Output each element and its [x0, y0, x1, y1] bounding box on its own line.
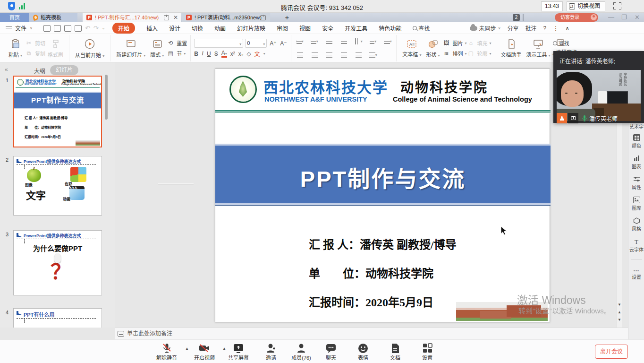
- cut-button[interactable]: ✂剪切: [25, 39, 45, 47]
- share-screen-button[interactable]: 共享屏幕: [222, 342, 255, 361]
- align-center-button[interactable]: [309, 50, 320, 60]
- more-button[interactable]: ⋮: [553, 25, 559, 32]
- increase-indent-button[interactable]: [339, 36, 349, 47]
- switch-view-button[interactable]: 切换视图: [567, 1, 605, 11]
- shapes-button[interactable]: 形状 ▾: [424, 39, 442, 58]
- tab-home[interactable]: 首页: [0, 13, 29, 22]
- new-slide-button[interactable]: 新建幻灯片 ▾: [114, 39, 148, 58]
- copy-button[interactable]: ⧉复制: [25, 50, 45, 57]
- save-icon[interactable]: [43, 25, 51, 32]
- tab-template[interactable]: 稻壳模板: [29, 13, 77, 22]
- sidebar-item-chart[interactable]: 图表: [628, 155, 644, 170]
- justify-button[interactable]: [339, 50, 349, 60]
- quickbar-more-icon[interactable]: ⌄: [102, 26, 105, 30]
- menu-animation[interactable]: 动画: [214, 24, 226, 32]
- print-preview-icon[interactable]: [64, 25, 71, 32]
- fullscreen-icon[interactable]: [613, 2, 621, 9]
- slide-thumbnail-3[interactable]: PowerPoint提供多种表达方式 为什么要做PPT ？: [13, 230, 102, 295]
- align-right-button[interactable]: [324, 50, 334, 60]
- menu-home[interactable]: 开始: [112, 23, 135, 34]
- font-size-combo[interactable]: 0▾: [245, 39, 267, 48]
- prev-slide-icon[interactable]: ▲: [617, 310, 622, 314]
- align-text-button[interactable]: ▾: [368, 36, 378, 47]
- fill-button[interactable]: ⌂填充▾: [466, 39, 491, 47]
- sidebar-item-settings[interactable]: ••• 设置: [628, 268, 644, 280]
- text-box-button[interactable]: A≡ 文本框 ▾: [400, 39, 424, 58]
- sidebar-item-wordart[interactable]: 艺术字: [628, 123, 644, 130]
- menu-slideshow[interactable]: 幻灯片放映: [237, 24, 265, 32]
- text-direction-button[interactable]: ▾: [353, 36, 364, 47]
- presentation-tools-button[interactable]: 演示工具 ▾: [524, 39, 553, 58]
- next-slide-icon[interactable]: ▼: [617, 318, 622, 322]
- panel-scrollbar[interactable]: [105, 75, 108, 120]
- invite-button[interactable]: 邀请: [254, 342, 288, 361]
- minimize-button[interactable]: —: [608, 14, 614, 21]
- tab-slides[interactable]: 幻灯片: [50, 65, 78, 75]
- numbering-button[interactable]: ▾: [309, 36, 320, 47]
- current-slide[interactable]: 西北农林科技大学 动物科技学院 NORTHWEST A&F UNIVERSITY…: [215, 69, 550, 322]
- docs-button[interactable]: 文档: [379, 342, 412, 361]
- distribute-button[interactable]: [353, 50, 364, 60]
- line-spacing-button[interactable]: ▾: [368, 50, 378, 60]
- section-button[interactable]: ▤节▾: [166, 50, 187, 57]
- menu-find[interactable]: 查找: [413, 24, 430, 32]
- help-button[interactable]: ?: [543, 25, 547, 32]
- comment-button[interactable]: 批注: [525, 24, 537, 32]
- paste-button[interactable]: 粘贴 ▾: [6, 39, 25, 58]
- collapse-ribbon-button[interactable]: ∧: [565, 25, 569, 32]
- sidebar-item-cloudfont[interactable]: T 云字体: [628, 238, 644, 253]
- sync-status[interactable]: 未同步∨: [470, 24, 501, 32]
- preview-icon[interactable]: [75, 25, 82, 32]
- menu-review[interactable]: 审阅: [277, 24, 288, 32]
- share-button[interactable]: 分享: [507, 24, 518, 32]
- close-tab-icon[interactable]: ✕: [173, 13, 178, 22]
- decrease-font-button[interactable]: A⁻: [279, 40, 288, 47]
- file-menu[interactable]: 文件: [15, 24, 26, 32]
- columns-button[interactable]: ▾: [382, 36, 393, 47]
- superscript-button[interactable]: x²: [230, 51, 235, 57]
- underline-button[interactable]: U: [207, 51, 211, 57]
- settings-button[interactable]: 设置: [411, 342, 444, 361]
- picture-button[interactable]: 🖼图片▾: [442, 39, 466, 47]
- leave-meeting-button[interactable]: 离开会议: [595, 345, 628, 359]
- bullets-button[interactable]: ▾: [295, 36, 305, 47]
- menu-devtools[interactable]: 开发工具: [345, 24, 367, 32]
- strikethrough-button[interactable]: S: [214, 51, 218, 57]
- slide-thumbnail-1[interactable]: 西北农林科技大学 动物科技学院 NORTHWEST A&F UNIVERSITY…: [13, 76, 102, 147]
- pin-icon[interactable]: [261, 15, 266, 20]
- menu-security[interactable]: 安全: [322, 24, 333, 32]
- close-window-button[interactable]: ✕: [635, 14, 640, 21]
- menu-view[interactable]: 视图: [299, 24, 311, 32]
- sidebar-item-color[interactable]: 颜色: [628, 134, 644, 149]
- notes-bar[interactable]: 单击此处添加备注: [115, 328, 628, 339]
- collapse-panel-icon[interactable]: «: [5, 66, 8, 73]
- unmute-button[interactable]: 解除静音: [150, 342, 183, 361]
- menu-features[interactable]: 特色功能: [379, 24, 401, 32]
- menu-design[interactable]: 设计: [169, 24, 180, 32]
- layout-button[interactable]: 版式 ▾: [148, 39, 166, 58]
- format-painter-button[interactable]: 格式刷: [45, 39, 66, 58]
- align-left-button[interactable]: [295, 50, 305, 60]
- italic-button[interactable]: I: [202, 50, 203, 57]
- reset-button[interactable]: ⟲重置: [166, 39, 187, 47]
- sidebar-item-style[interactable]: 风格: [628, 217, 644, 232]
- guest-login-button[interactable]: 访客登录: [555, 13, 598, 22]
- font-color-button[interactable]: A▾: [221, 50, 227, 58]
- font-family-combo[interactable]: ▾: [194, 39, 243, 48]
- members-button[interactable]: 成员(76): [285, 342, 318, 361]
- emoji-button[interactable]: 表情: [347, 342, 380, 361]
- redo-icon[interactable]: ↷: [93, 25, 99, 32]
- maximize-button[interactable]: ❐: [621, 14, 627, 21]
- chat-button[interactable]: 聊天: [314, 342, 347, 361]
- new-tab-button[interactable]: +: [282, 13, 292, 22]
- pin-icon[interactable]: [164, 15, 169, 20]
- play-from-current-button[interactable]: 从当前开始 ▾: [73, 38, 107, 59]
- increase-font-button[interactable]: A⁺: [269, 40, 277, 47]
- decrease-indent-button[interactable]: [324, 36, 334, 47]
- pinyin-button[interactable]: 文: [254, 50, 260, 58]
- tab-outline[interactable]: 大纲: [34, 67, 45, 75]
- sidebar-item-gallery[interactable]: 图库: [628, 197, 644, 211]
- scroll-down-icon[interactable]: ▼: [617, 302, 622, 307]
- main-menu-icon[interactable]: [6, 26, 12, 30]
- start-video-button[interactable]: 开启视频: [188, 342, 221, 361]
